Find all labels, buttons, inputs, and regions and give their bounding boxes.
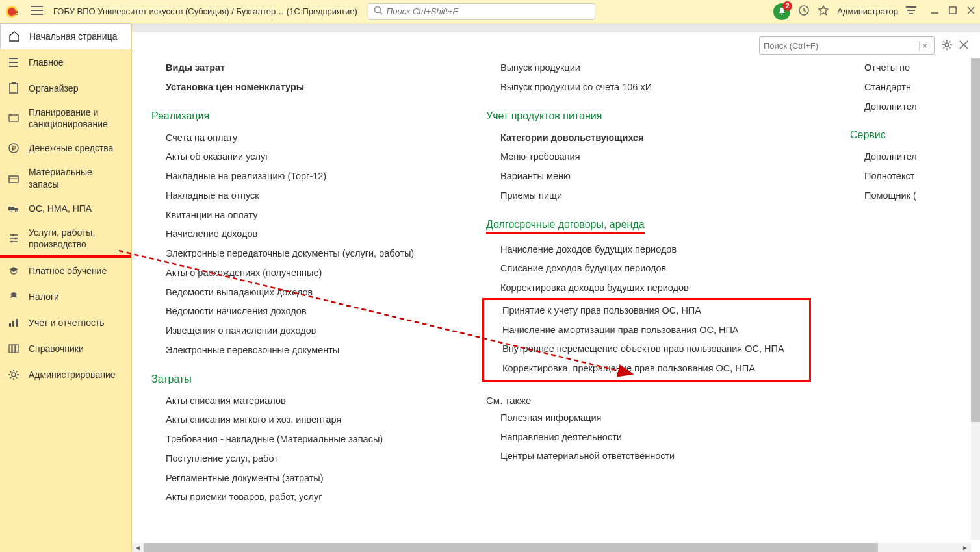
link-item[interactable]: Накладные на отпуск xyxy=(151,186,447,206)
link-item[interactable]: Выпуск продукции со счета 106.хИ xyxy=(486,78,811,97)
svg-point-17 xyxy=(16,210,18,212)
vertical-scrollbar[interactable] xyxy=(971,58,980,540)
link-item[interactable]: Начисление доходов будущих периодов xyxy=(486,240,811,260)
search-icon xyxy=(374,6,383,17)
link-item[interactable]: Полезная информация xyxy=(486,408,811,428)
link-item[interactable]: Требования - накладные (Материальные зап… xyxy=(151,430,447,449)
sidebar-item-organizer[interactable]: Органайзер xyxy=(0,75,131,101)
link-item[interactable]: Акты о расхождениях (полученные) xyxy=(151,264,447,283)
link-item[interactable]: Приемы пищи xyxy=(486,186,811,206)
link-item[interactable]: Полнотекст xyxy=(850,167,961,186)
global-search-input[interactable] xyxy=(387,6,589,16)
sidebar-item-reference[interactable]: Справочники xyxy=(0,336,131,362)
history-icon[interactable] xyxy=(798,5,810,18)
link-item[interactable]: Принятие к учету прав пользования ОС, НП… xyxy=(484,301,809,321)
link-item[interactable]: Акты об оказании услуг xyxy=(151,147,447,167)
close-window-icon[interactable] xyxy=(967,6,975,16)
sliders-icon xyxy=(8,232,19,244)
svg-rect-9 xyxy=(12,82,16,84)
notifications-icon[interactable]: 2 xyxy=(773,3,790,20)
link-item[interactable]: Корректировка, прекращение прав пользова… xyxy=(484,359,809,379)
svg-rect-13 xyxy=(9,176,18,182)
link-item[interactable]: Ведомости выпадающих доходов xyxy=(151,283,447,303)
maximize-icon[interactable] xyxy=(949,6,957,16)
link-item[interactable]: Регламентные документы (затраты) xyxy=(151,469,447,488)
link-item[interactable]: Списание доходов будущих периодов xyxy=(486,259,811,279)
link-price-setup[interactable]: Установка цен номенклатуры xyxy=(151,78,447,97)
link-item[interactable]: Акты списания мягкого и хоз. инвентаря xyxy=(151,410,447,430)
heading-realization: Реализация xyxy=(151,110,447,122)
panel-settings-icon[interactable] xyxy=(906,6,916,17)
horizontal-scrollbar[interactable]: ◄ ► xyxy=(132,543,971,552)
svg-rect-8 xyxy=(10,84,18,93)
link-item[interactable]: Дополнител xyxy=(850,97,961,117)
link-item[interactable]: Начисление доходов xyxy=(151,225,447,244)
main-menu-icon[interactable] xyxy=(31,6,44,17)
sidebar-item-taxes[interactable]: Налоги xyxy=(0,284,131,310)
link-item[interactable]: Внутреннее перемещение объектов прав пол… xyxy=(484,340,809,359)
svg-rect-24 xyxy=(9,345,12,353)
eagle-icon xyxy=(8,291,19,303)
user-label[interactable]: Администратор xyxy=(837,6,898,16)
svg-line-4 xyxy=(380,12,382,14)
link-item[interactable]: Накладные на реализацию (Торг-12) xyxy=(151,167,447,186)
link-item[interactable]: Ведомости начисления доходов xyxy=(151,302,447,321)
settings-icon[interactable] xyxy=(941,39,953,53)
heading-longterm: Долгосрочные договоры, аренда xyxy=(486,219,811,234)
link-item[interactable]: Центры материальной ответственности xyxy=(486,447,811,466)
heading-costs: Затраты xyxy=(151,373,447,385)
svg-rect-26 xyxy=(16,345,18,353)
link-item[interactable]: Квитанции на оплату xyxy=(151,206,447,225)
link-item[interactable]: Помощник ( xyxy=(850,186,961,206)
link-item[interactable]: Варианты меню xyxy=(486,167,811,186)
link-item[interactable]: Начисление амортизации прав пользования … xyxy=(484,321,809,340)
link-item[interactable]: Электронные передаточные документы (услу… xyxy=(151,244,447,264)
link-item[interactable]: Стандартн xyxy=(850,78,961,97)
sidebar-item-planning[interactable]: Планирование и санкционирование xyxy=(0,101,131,135)
svg-point-27 xyxy=(12,373,16,377)
link-item[interactable]: Поступление услуг, работ xyxy=(151,449,447,469)
heading-food: Учет продуктов питания xyxy=(486,110,811,122)
sidebar: Начальная страница Главное Органайзер Пл… xyxy=(0,23,132,552)
chart-icon xyxy=(8,317,19,329)
sidebar-item-admin[interactable]: Администрирование xyxy=(0,362,131,388)
link-item[interactable]: Направления деятельности xyxy=(486,428,811,447)
link-item[interactable]: Извещения о начислении доходов xyxy=(151,321,447,341)
box-icon xyxy=(8,173,19,184)
sidebar-item-assets[interactable]: ОС, НМА, НПА xyxy=(0,195,131,221)
link-item[interactable]: Дополнител xyxy=(850,147,961,167)
link-item[interactable]: Акты списания материалов xyxy=(151,392,447,411)
sidebar-item-home[interactable]: Начальная страница xyxy=(0,23,131,49)
link-item[interactable]: Корректировка доходов будущих периодов xyxy=(486,279,811,298)
sidebar-item-money[interactable]: ₽ Денежные средства xyxy=(0,135,131,161)
sidebar-item-education[interactable]: Платное обучение xyxy=(0,258,131,284)
svg-text:₽: ₽ xyxy=(12,145,16,152)
svg-point-20 xyxy=(11,240,13,242)
heading-seealso: См. также xyxy=(486,395,811,406)
svg-rect-7 xyxy=(949,7,956,14)
link-item[interactable]: Меню-требования xyxy=(486,147,811,167)
link-item[interactable]: Отчеты по xyxy=(850,58,961,78)
link-item[interactable]: Счета на оплату xyxy=(151,129,447,148)
section-search[interactable]: × xyxy=(759,36,935,55)
sidebar-item-reports[interactable]: Учет и отчетность xyxy=(0,310,131,336)
link-categories[interactable]: Категории довольствующихся xyxy=(486,129,811,148)
favorite-icon[interactable] xyxy=(818,5,829,18)
link-item[interactable]: Электронные перевозочные документы xyxy=(151,341,447,360)
link-item[interactable]: Акты приемки товаров, работ, услуг xyxy=(151,488,447,507)
section-search-input[interactable] xyxy=(764,41,919,51)
link-cost-types[interactable]: Виды затрат xyxy=(151,58,447,78)
minimize-icon[interactable] xyxy=(931,6,938,16)
gear-icon xyxy=(8,369,19,381)
sidebar-item-main[interactable]: Главное xyxy=(0,49,131,75)
window-title: ГОБУ ВПО Университет искусств (Субсидия)… xyxy=(53,6,357,16)
graduation-icon xyxy=(8,265,19,277)
link-item[interactable]: Выпуск продукции xyxy=(486,58,811,78)
sidebar-item-materials[interactable]: Материальные запасы xyxy=(0,161,131,195)
clear-search-icon[interactable]: × xyxy=(919,41,930,51)
close-panel-icon[interactable] xyxy=(959,40,968,51)
plan-icon xyxy=(8,112,19,124)
svg-point-3 xyxy=(374,7,380,13)
sidebar-item-services[interactable]: Услуги, работы, производство xyxy=(0,221,131,255)
global-search[interactable] xyxy=(368,3,595,20)
